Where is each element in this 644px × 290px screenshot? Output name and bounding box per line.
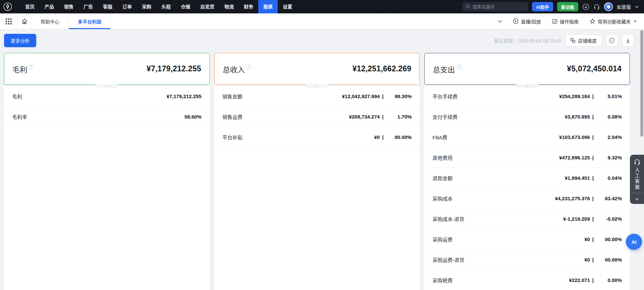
metric-label: FBA费 — [432, 134, 447, 141]
app-logo[interactable] — [3, 2, 13, 12]
nav-item-头程[interactable]: 头程 — [156, 0, 176, 13]
metric-percent: 00.00% — [383, 134, 412, 140]
metric-values: ¥3,870.895|0.08% — [565, 114, 622, 120]
ai-assistant-button[interactable]: AI助手 — [532, 2, 553, 11]
metric-amount: ¥0 — [584, 236, 590, 242]
metric-amount: ¥222.071 — [569, 277, 590, 283]
user-avatar[interactable] — [604, 2, 613, 11]
metric-amount: ¥1,994.451 — [565, 175, 590, 181]
metric-row: FBA费¥103,673.096|2.04% — [424, 127, 630, 147]
metric-values: ¥1,994.451|0.04% — [565, 175, 622, 181]
card-header-毛利: 毛利?¥7,179,212.255▼ — [4, 53, 210, 85]
metric-row: 采购成本-退货¥-1,219.209|-0.02% — [424, 209, 630, 229]
search-input[interactable] — [473, 4, 520, 9]
headset-icon[interactable] — [593, 3, 600, 10]
nav-item-订单[interactable]: 订单 — [117, 0, 137, 13]
headset-icon — [634, 158, 641, 165]
metric-label: 毛利 — [12, 93, 22, 100]
metric-label: 采购运费-退货 — [432, 256, 464, 263]
nav-item-财务[interactable]: 财务 — [239, 0, 258, 13]
toolbar-right: 最后更新：2025-09-04 08:25:42 店铺维度 — [494, 34, 634, 47]
info-button[interactable] — [606, 34, 618, 47]
star-icon — [590, 18, 595, 24]
metric-label: 毛利率 — [12, 113, 27, 120]
nav-item-客服[interactable]: 客服 — [98, 0, 117, 13]
metric-row: 采购成本¥4,231,275.376|83.42% — [424, 188, 630, 209]
metric-row: 采购运费¥0|00.00% — [424, 229, 630, 249]
export-button[interactable] — [622, 34, 634, 47]
tab-帮助中心[interactable]: 帮助中心 — [32, 13, 69, 29]
card-total-value: ¥5,072,450.014 — [567, 64, 622, 73]
metric-values: ¥-1,219.209|-0.02% — [563, 216, 622, 222]
card-title: 总收入? — [223, 64, 252, 74]
open-tabs: 帮助中心多平台利润 — [32, 13, 111, 29]
card-title: 总支出? — [433, 64, 462, 74]
nav-item-产品[interactable]: 产品 — [40, 0, 59, 13]
tabs-dropdown-chevron[interactable] — [492, 13, 507, 29]
collapse-card-tab[interactable]: ▼ — [306, 84, 328, 88]
tab-bar: 帮助中心多平台利润 直播/回放 操作指南 常用功能收藏夹 ▼ — [0, 13, 644, 29]
home-icon[interactable] — [17, 13, 32, 29]
nav-item-设置[interactable]: 设置 — [278, 0, 297, 13]
card-title: 毛利? — [12, 64, 34, 74]
play-circle-icon — [513, 18, 519, 24]
metric-label: 销售运费 — [222, 113, 243, 120]
summary-card-总支出: 总支出?¥5,072,450.014▼平台手续费¥254,289.184|5.0… — [424, 53, 630, 290]
nav-item-采购[interactable]: 采购 — [137, 0, 156, 13]
edition-chevron-down-icon[interactable] — [635, 6, 639, 8]
dimension-switch-icon — [570, 38, 576, 43]
metric-label: 平台补贴 — [222, 134, 243, 141]
search-box[interactable] — [462, 2, 528, 11]
collapse-card-tab[interactable]: ▼ — [96, 84, 118, 88]
metric-amount: ¥208,734.274 — [349, 114, 380, 120]
favorites-menu[interactable]: 常用功能收藏夹 ▼ — [584, 13, 644, 29]
nav-item-仓储[interactable]: 仓储 — [176, 0, 195, 13]
edition-label[interactable]: 如意版 — [617, 3, 631, 10]
download-center-icon[interactable] — [582, 3, 589, 10]
metric-percent: 00.00% — [594, 236, 622, 242]
metric-label: 采购运费 — [432, 236, 452, 243]
card-header-总支出: 总支出?¥5,072,450.014▼ — [424, 53, 630, 85]
customer-service-panel[interactable]: 人工客服 » — [630, 155, 644, 204]
nav-item-物流[interactable]: 物流 — [219, 0, 239, 13]
metric-label: 支付手续费 — [432, 113, 458, 120]
download-icon — [625, 38, 631, 44]
tab-多平台利润[interactable]: 多平台利润 — [69, 13, 111, 29]
metric-row: 其他费用¥472,996.125|9.32% — [424, 147, 630, 168]
ai-fab-button[interactable]: AI — [626, 234, 642, 250]
metric-values: ¥0|00.00% — [374, 134, 412, 140]
metric-label: 销售金额 — [222, 93, 243, 100]
metric-values: ¥472,996.125|9.32% — [559, 155, 622, 160]
store-dimension-button[interactable]: 店铺维度 — [565, 34, 602, 47]
nav-item-广告[interactable]: 广告 — [78, 0, 98, 13]
metric-amount: ¥0 — [584, 257, 590, 263]
metric-row: 销售金额¥12,042,927.994|98.30% — [214, 86, 420, 106]
card-rows: 平台手续费¥254,289.184|5.01%支付手续费¥3,870.895|0… — [424, 86, 630, 290]
metric-row: 销售运费¥208,734.274|1.70% — [214, 106, 420, 127]
more-analysis-button[interactable]: 更多分析 — [4, 34, 36, 47]
collapse-panel-icon[interactable]: » — [630, 193, 644, 204]
metric-percent: -0.02% — [594, 216, 622, 222]
metric-label: 其他费用 — [432, 154, 452, 161]
scrollbar-thumb[interactable] — [640, 30, 643, 137]
collapse-card-tab[interactable]: ▼ — [516, 84, 538, 88]
operation-guide-link[interactable]: 操作指南 — [547, 13, 584, 29]
metric-amount: ¥3,870.895 — [565, 114, 590, 120]
nav-item-销售[interactable]: 销售 — [59, 0, 78, 13]
nav-item-自发货[interactable]: 自发货 — [195, 0, 219, 13]
metric-percent: 98.30% — [383, 93, 412, 99]
nav-item-首页[interactable]: 首页 — [20, 0, 40, 13]
metric-label: 采购成本 — [432, 195, 452, 202]
favorites-caret-icon: ▼ — [634, 20, 637, 23]
live-replay-link[interactable]: 直播/回放 — [507, 13, 546, 29]
metric-percent: 2.04% — [594, 134, 622, 140]
nav-item-报表[interactable]: 报表 — [258, 0, 278, 13]
help-icon[interactable]: ? — [29, 65, 34, 70]
new-features-button[interactable]: 新功能 — [557, 2, 578, 11]
metric-row: 采购税费¥222.071|0.00% — [424, 270, 630, 290]
help-icon[interactable]: ? — [457, 65, 462, 70]
metric-row: 平台补贴¥0|00.00% — [214, 127, 420, 147]
help-icon[interactable]: ? — [247, 65, 252, 70]
apps-grid-icon[interactable] — [0, 13, 17, 29]
metric-percent: 83.42% — [594, 196, 622, 201]
